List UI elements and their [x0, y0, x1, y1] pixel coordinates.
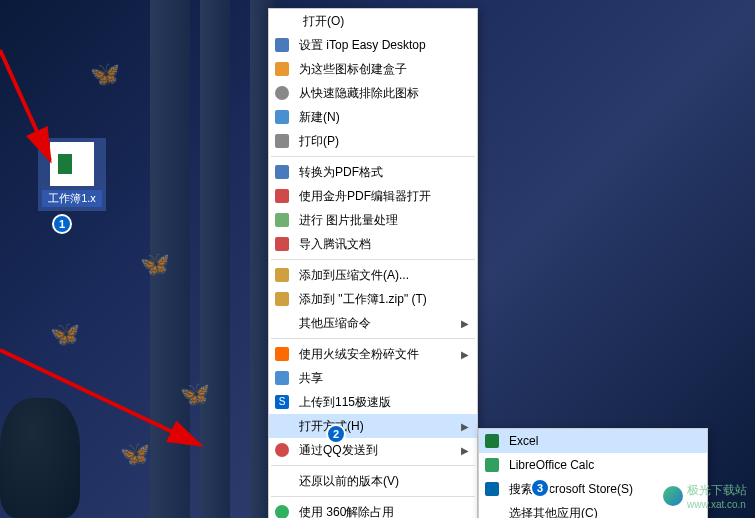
chevron-right-icon: ▶	[461, 318, 469, 329]
svg-line-1	[0, 350, 200, 445]
menu-item-qq-send[interactable]: 通过QQ发送到▶	[269, 438, 477, 462]
annotation-arrow-2	[0, 350, 210, 454]
blank-icon	[485, 506, 499, 518]
watermark-logo-icon	[663, 486, 683, 506]
menu-item-open-with[interactable]: 打开方式(H)▶	[269, 414, 477, 438]
shred-icon	[275, 347, 289, 361]
menu-item-convert-pdf[interactable]: 转换为PDF格式	[269, 160, 477, 184]
menu-item-add-archive[interactable]: 添加到压缩文件(A)...	[269, 263, 477, 287]
new-icon	[275, 110, 289, 124]
pdf-editor-icon	[275, 189, 289, 203]
menu-separator	[271, 156, 475, 157]
menu-separator	[271, 465, 475, 466]
context-menu-main: 打开(O) 设置 iTop Easy Desktop 为这些图标创建盒子 从快速…	[268, 8, 478, 518]
watermark: 极光下载站 www.xat.co.n	[663, 482, 747, 510]
menu-item-new[interactable]: 新建(N)	[269, 105, 477, 129]
menu-item-import-tencent[interactable]: 导入腾讯文档	[269, 232, 477, 256]
menu-item-create-box[interactable]: 为这些图标创建盒子	[269, 57, 477, 81]
menu-item-restore-previous[interactable]: 还原以前的版本(V)	[269, 469, 477, 493]
excel-icon	[485, 434, 499, 448]
menu-item-share[interactable]: 共享	[269, 366, 477, 390]
menu-item-pdf-editor[interactable]: 使用金舟PDF编辑器打开	[269, 184, 477, 208]
menu-item-other-compress[interactable]: 其他压缩命令▶	[269, 311, 477, 335]
submenu-item-libreoffice-calc[interactable]: LibreOffice Calc	[479, 453, 707, 477]
menu-item-print[interactable]: 打印(P)	[269, 129, 477, 153]
menu-separator	[271, 338, 475, 339]
watermark-text: 极光下载站	[687, 482, 747, 499]
360-icon	[275, 505, 289, 518]
annotation-badge-1: 1	[52, 214, 72, 234]
menu-item-add-zip[interactable]: 添加到 "工作簿1.zip" (T)	[269, 287, 477, 311]
image-icon	[275, 213, 289, 227]
annotation-badge-3: 3	[530, 478, 550, 498]
s-icon: S	[275, 395, 289, 409]
chevron-right-icon: ▶	[461, 349, 469, 360]
upload-icon	[275, 237, 289, 251]
menu-item-itop-desktop[interactable]: 设置 iTop Easy Desktop	[269, 33, 477, 57]
zip-icon	[275, 292, 289, 306]
store-icon	[485, 482, 499, 496]
file-label: 工作簿1.x	[42, 190, 102, 207]
annotation-arrow-1	[0, 50, 80, 184]
blank-icon	[275, 419, 289, 433]
submenu-item-excel[interactable]: Excel	[479, 429, 707, 453]
menu-item-exclude-hide[interactable]: 从快速隐藏排除此图标	[269, 81, 477, 105]
share-icon	[275, 371, 289, 385]
zip-icon	[275, 268, 289, 282]
menu-item-360-unlock[interactable]: 使用 360解除占用	[269, 500, 477, 518]
chevron-right-icon: ▶	[461, 445, 469, 456]
grid-icon	[275, 38, 289, 52]
menu-header-open[interactable]: 打开(O)	[269, 9, 477, 33]
annotation-badge-2: 2	[326, 424, 346, 444]
menu-separator	[271, 496, 475, 497]
pdf-icon	[275, 165, 289, 179]
menu-item-image-batch[interactable]: 进行 图片批量处理	[269, 208, 477, 232]
calc-icon	[485, 458, 499, 472]
watermark-url: www.xat.co.n	[687, 499, 747, 510]
box-icon	[275, 62, 289, 76]
print-icon	[275, 134, 289, 148]
menu-separator	[271, 259, 475, 260]
svg-line-0	[0, 50, 50, 160]
blank-icon	[275, 474, 289, 488]
blank-icon	[275, 316, 289, 330]
qq-icon	[275, 443, 289, 457]
eye-icon	[275, 86, 289, 100]
menu-item-huorong-shred[interactable]: 使用火绒安全粉碎文件▶	[269, 342, 477, 366]
chevron-right-icon: ▶	[461, 421, 469, 432]
menu-item-upload-115[interactable]: S上传到115极速版	[269, 390, 477, 414]
